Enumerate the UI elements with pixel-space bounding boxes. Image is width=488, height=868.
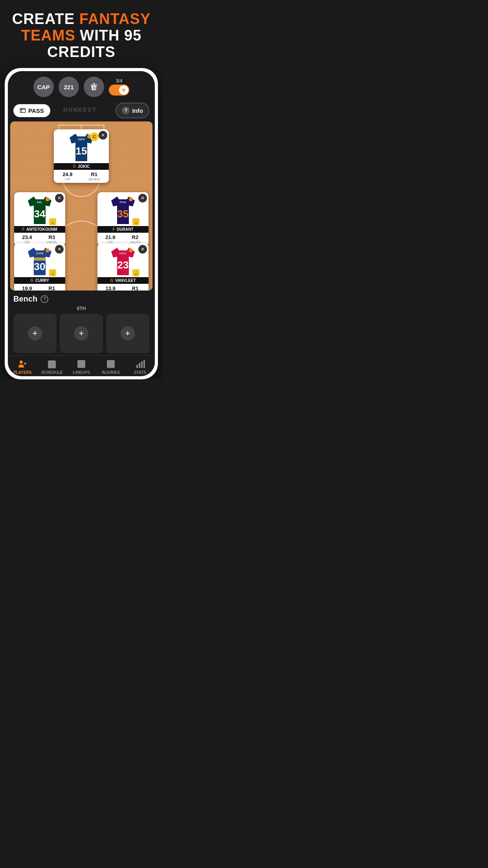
curry-cr-col: 19.9 CR (22, 285, 32, 291)
curry-position: G (30, 278, 33, 283)
info-label: Info (132, 107, 143, 114)
ante-name-bar: F ANTETOKOUNM (14, 226, 65, 233)
injuries-nav-label: INJURIES (102, 370, 120, 375)
bench-slot-1[interactable]: + (13, 314, 57, 353)
vanvleet-position: G (110, 278, 113, 283)
schedule-nav-icon (47, 359, 57, 369)
players-nav-icon (17, 359, 28, 369)
svg-text:HOU: HOU (119, 252, 127, 255)
svg-point-22 (46, 248, 50, 252)
bench-plus-2: + (74, 326, 88, 340)
ante-close-button[interactable]: ✕ (55, 194, 64, 202)
header-line1-orange: FANTASY (79, 11, 151, 27)
durant-position: F (112, 227, 115, 232)
nav-schedule[interactable]: SCHEDULE (37, 359, 67, 375)
ante-round-val: R3 (46, 234, 57, 240)
curry-name: CURRY (35, 278, 49, 283)
svg-text:DUNKEST: DUNKEST (63, 107, 97, 113)
durant-lock-icon: 🔒 (132, 218, 139, 225)
captain-badge: C (90, 132, 99, 141)
stats-nav-icon (135, 359, 145, 369)
jokic-jersey: DEN 15 C (66, 132, 97, 163)
jokic-stats: 24.9 CR R1 @MEM (54, 170, 109, 183)
curry-close-button[interactable]: ✕ (55, 245, 64, 254)
durant-name-bar: F DURANT (97, 226, 149, 233)
svg-text:15: 15 (76, 145, 87, 157)
ante-jersey: MIL 34 🔒 (24, 195, 55, 226)
bench-6th-label: 6TH (13, 306, 149, 311)
durant-name: DURANT (117, 227, 133, 232)
svg-rect-42 (139, 363, 140, 368)
vanvleet-jersey-area: ✕ HOU 23 🔒 (97, 243, 149, 277)
jokic-close-button[interactable]: ✕ (99, 131, 107, 140)
vanvleet-name-bar: G VANVLEET (97, 277, 149, 284)
stats-icon (136, 359, 145, 369)
player-card-curry[interactable]: ✕ GSW 30 🔒 G (14, 243, 65, 291)
bench-slot-2[interactable]: + (60, 314, 103, 353)
trash-button[interactable] (84, 77, 104, 97)
player-card-antetokounmpo[interactable]: ✕ MIL 34 🔒 F ANTETOKOUNM (14, 192, 65, 246)
durant-close-button[interactable]: ✕ (138, 194, 147, 202)
injuries-nav-icon (106, 359, 116, 369)
player-card-durant[interactable]: ✕ PHX 35 🔒 F DURANT (97, 192, 149, 246)
players-icon (18, 359, 27, 369)
svg-rect-44 (143, 360, 145, 368)
curry-stats: 19.9 CR R1 @SAC (14, 284, 65, 291)
toggle-switch[interactable]: W (109, 85, 129, 96)
header-line1-white: CREATE (12, 11, 75, 27)
svg-rect-0 (20, 108, 25, 113)
jokic-opponent-label: @MEM (88, 177, 100, 181)
toggle-area: 3/4 W (109, 78, 129, 96)
svg-text:23: 23 (117, 259, 129, 271)
vanvleet-round-val: R1 (130, 285, 140, 291)
vanvleet-stats: 13.9 CR R1 @SAS (97, 284, 149, 291)
svg-text:30: 30 (34, 261, 46, 272)
credits-label: 221 (64, 84, 73, 90)
jokic-name: JOKIC (78, 164, 90, 169)
bench-slots: + + + (13, 314, 149, 353)
dunkest-logo: DUNKEST (63, 105, 103, 116)
player-card-jokic[interactable]: ✕ DEN 15 C C J (54, 129, 109, 183)
ante-lock-icon: 🔒 (49, 218, 56, 225)
vanvleet-close-button[interactable]: ✕ (138, 245, 147, 254)
jokic-jersey-area: ✕ DEN 15 C (54, 129, 109, 163)
nav-players[interactable]: PLAYERS (8, 359, 37, 375)
svg-point-35 (80, 363, 83, 365)
header-line2-white: WITH 95 (80, 27, 141, 44)
ante-jersey-area: ✕ MIL 34 🔒 (14, 192, 65, 226)
durant-jersey: PHX 35 🔒 (107, 195, 139, 226)
player-card-vanvleet[interactable]: ✕ HOU 23 🔒 G VANVLEET (97, 243, 149, 291)
svg-point-27 (20, 360, 23, 364)
jokic-round-val: R1 (88, 171, 100, 177)
vanvleet-name: VANVLEET (115, 278, 136, 283)
bench-help-icon[interactable]: ? (40, 295, 48, 303)
durant-cr-val: 21.9 (105, 234, 115, 240)
cap-button[interactable]: CAP (33, 77, 54, 97)
nav-injuries[interactable]: INJURIES (96, 359, 125, 375)
info-button[interactable]: ? Info (116, 103, 149, 118)
nav-lineups[interactable]: LINEUPS (67, 359, 96, 375)
jokic-cr-label: CR (62, 177, 72, 181)
svg-point-13 (46, 197, 50, 201)
cap-label: CAP (37, 84, 50, 90)
jokic-cr-val: 24.9 (62, 171, 72, 177)
ante-cr-col: 23.4 CR (22, 234, 32, 244)
jokic-round-col: R1 @MEM (88, 171, 100, 181)
ante-position: F (22, 227, 24, 232)
bench-slot-3[interactable]: + (106, 314, 149, 353)
vanvleet-jersey: HOU 23 🔒 (107, 246, 139, 277)
lineups-icon (77, 359, 86, 369)
trash-icon (90, 83, 98, 91)
ante-cr-val: 23.4 (22, 234, 32, 240)
bench-header: Bench ? (13, 294, 149, 303)
credits-button[interactable]: 221 (59, 77, 79, 97)
svg-text:DEN: DEN (78, 138, 85, 141)
jokic-cr-col: 24.9 CR (62, 171, 72, 181)
svg-text:GSW: GSW (36, 252, 44, 255)
curry-jersey: GSW 30 🔒 (24, 246, 55, 277)
nav-stats[interactable]: STATS (125, 359, 155, 375)
durant-cr-col: 21.9 CR (105, 234, 115, 244)
pass-button[interactable]: PASS (13, 104, 50, 117)
bottom-nav: PLAYERS SCHEDULE (8, 355, 155, 376)
curry-cr-val: 19.9 (22, 285, 32, 291)
